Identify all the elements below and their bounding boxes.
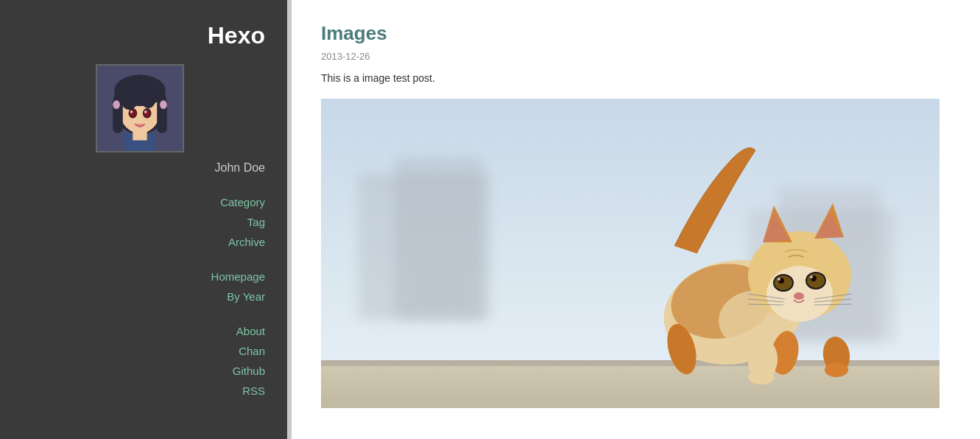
svg-point-37 xyxy=(775,275,792,290)
sidebar: Hexo xyxy=(0,0,287,439)
post-title: Images xyxy=(321,22,951,45)
content-area: Images 2013-12-26 This is a image test p… xyxy=(287,0,980,439)
svg-rect-20 xyxy=(395,158,483,320)
svg-point-44 xyxy=(794,292,804,300)
nav-primary: Category Tag Archive xyxy=(15,192,265,252)
svg-point-15 xyxy=(160,100,167,109)
svg-rect-17 xyxy=(133,130,147,141)
svg-point-12 xyxy=(144,109,151,118)
svg-point-39 xyxy=(778,278,780,281)
post-content: Images 2013-12-26 This is a image test p… xyxy=(292,0,980,439)
svg-point-6 xyxy=(121,90,138,110)
site-title: Hexo xyxy=(15,22,265,49)
post-image xyxy=(321,99,940,408)
svg-point-53 xyxy=(748,370,775,384)
nav-category[interactable]: Category xyxy=(220,192,265,212)
nav-by-year[interactable]: By Year xyxy=(227,287,265,306)
svg-point-14 xyxy=(113,100,120,109)
svg-point-7 xyxy=(141,91,155,108)
user-name: John Doe xyxy=(15,161,265,175)
svg-point-54 xyxy=(825,362,848,377)
nav-github[interactable]: Github xyxy=(233,361,265,381)
svg-point-10 xyxy=(130,110,133,113)
post-date: 2013-12-26 xyxy=(321,51,951,62)
nav-rss[interactable]: RSS xyxy=(242,381,265,401)
nav-tertiary: About Chan Github RSS xyxy=(15,321,265,401)
nav-chan[interactable]: Chan xyxy=(239,341,265,361)
avatar xyxy=(96,64,184,152)
svg-point-13 xyxy=(144,110,147,113)
svg-point-41 xyxy=(807,273,825,288)
nav-secondary: Homepage By Year xyxy=(15,267,265,306)
nav-archive[interactable]: Archive xyxy=(228,232,265,252)
nav-homepage[interactable]: Homepage xyxy=(211,267,265,287)
svg-point-43 xyxy=(810,275,813,278)
nav-tag[interactable]: Tag xyxy=(247,212,265,232)
nav-about[interactable]: About xyxy=(236,321,265,341)
svg-point-9 xyxy=(130,109,137,118)
post-excerpt: This is a image test post. xyxy=(321,72,951,84)
